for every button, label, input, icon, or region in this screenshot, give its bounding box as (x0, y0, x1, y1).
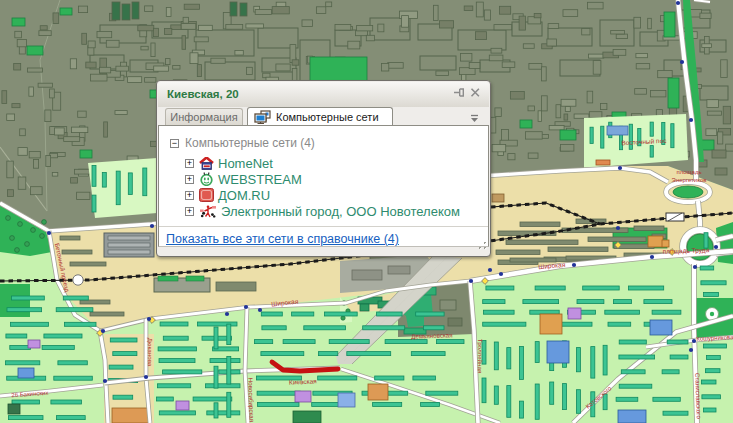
svg-text:площадь: площадь (676, 169, 701, 175)
svg-text:Демьяновская: Демьяновская (411, 331, 452, 339)
svg-text:Энергетиков: Энергетиков (672, 177, 707, 183)
svg-text:Дюканова: Дюканова (147, 338, 154, 367)
svg-text:Киевская: Киевская (289, 377, 318, 385)
svg-text:Троллейная: Троллейная (477, 339, 484, 374)
